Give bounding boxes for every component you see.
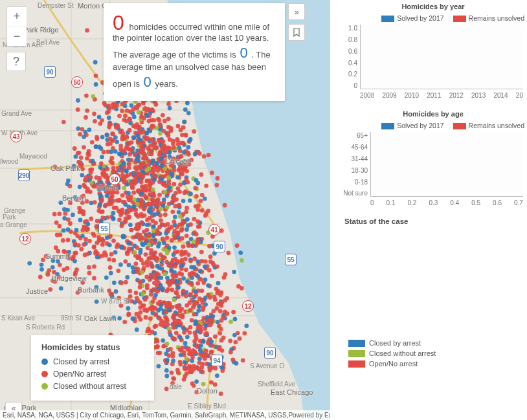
svg-point-1322: [212, 251, 217, 256]
svg-point-1991: [51, 258, 56, 263]
svg-point-2004: [46, 272, 50, 277]
svg-point-1038: [115, 245, 119, 249]
legend-row: Closed without arrest: [348, 349, 527, 357]
bookmark-button[interactable]: [288, 24, 305, 41]
svg-point-1412: [153, 276, 158, 281]
svg-point-1220: [116, 269, 120, 273]
svg-point-1577: [176, 304, 181, 308]
svg-point-1999: [41, 258, 45, 262]
svg-point-1026: [157, 241, 161, 246]
legend-swatch: [348, 340, 365, 347]
svg-point-621: [178, 182, 183, 187]
svg-point-868: [115, 190, 120, 195]
zoom-in-button[interactable]: +: [7, 7, 27, 27]
chart-by-age: Homicides by age Solved by 2017 Remains …: [339, 110, 527, 210]
axis-tick: 0.2: [338, 71, 357, 78]
svg-point-1323: [188, 293, 193, 297]
chart-status-plot[interactable]: [339, 225, 527, 335]
svg-point-598: [158, 131, 163, 136]
map-panel[interactable]: Dempster StMorton GroveSkokiePark RidgeN…: [0, 0, 330, 420]
svg-point-376: [139, 180, 144, 184]
svg-point-1620: [222, 275, 227, 280]
legend-label: Open/No arrest: [369, 360, 418, 368]
svg-point-906: [172, 219, 177, 224]
svg-point-361: [152, 118, 157, 122]
svg-point-1629: [124, 280, 128, 285]
legend-label: Closed by arrest: [53, 357, 109, 366]
svg-point-1674: [155, 339, 160, 344]
svg-point-1302: [227, 250, 231, 255]
svg-point-1420: [140, 271, 144, 275]
svg-point-1509: [151, 287, 156, 292]
svg-point-1795: [186, 348, 190, 352]
svg-point-1048: [178, 214, 183, 219]
svg-point-1027: [184, 210, 188, 214]
svg-point-936: [216, 176, 220, 181]
svg-point-1406: [138, 281, 142, 285]
svg-point-1208: [170, 288, 175, 293]
svg-point-1312: [163, 272, 167, 276]
svg-point-1357: [134, 291, 139, 295]
svg-point-1225: [127, 263, 131, 267]
svg-point-1370: [155, 256, 159, 261]
svg-point-1726: [178, 362, 183, 367]
svg-point-2000: [39, 267, 44, 272]
svg-point-1766: [217, 360, 221, 365]
svg-point-274: [76, 98, 80, 103]
help-button[interactable]: ?: [6, 52, 26, 71]
svg-point-555: [194, 186, 198, 190]
svg-point-1163: [87, 239, 92, 243]
svg-point-828: [89, 217, 93, 221]
svg-point-1081: [127, 208, 131, 212]
svg-point-1013: [174, 191, 178, 195]
map-zoom-controls: + − ?: [6, 6, 26, 71]
svg-point-529: [182, 120, 186, 124]
legend-dot: [41, 371, 48, 377]
chart-by-age-plot[interactable]: 65+45-6431-4418-300-18Not sure 00.10.20.…: [370, 132, 527, 210]
svg-point-749: [181, 168, 186, 173]
svg-point-1147: [140, 221, 144, 225]
svg-point-1676: [205, 331, 209, 336]
svg-point-530: [142, 116, 146, 121]
svg-point-1411: [186, 252, 191, 257]
svg-point-532: [128, 152, 132, 157]
svg-point-703: [155, 168, 160, 173]
zoom-out-button[interactable]: −: [7, 27, 27, 46]
collapse-card-button[interactable]: »: [288, 3, 305, 20]
chart-by-year-plot[interactable]: 1.00.80.60.40.20 20082009201020112012201…: [360, 25, 527, 102]
info-card: 0 homicides occurred within one mile of …: [104, 3, 285, 101]
svg-point-275: [82, 135, 86, 139]
svg-point-217: [100, 155, 104, 159]
svg-point-642: [161, 144, 165, 149]
svg-point-1199: [140, 241, 144, 246]
svg-point-301: [175, 137, 179, 142]
svg-point-1361: [150, 265, 155, 269]
svg-point-867: [163, 190, 167, 194]
legend-row: Closed by arrest: [348, 339, 527, 347]
svg-point-1803: [195, 344, 199, 349]
svg-point-1423: [145, 286, 150, 291]
svg-point-1894: [82, 145, 86, 149]
svg-point-1776: [209, 380, 214, 384]
svg-point-1407: [161, 288, 165, 293]
info-text-3: years.: [155, 79, 177, 89]
svg-point-1888: [103, 175, 107, 179]
svg-point-1050: [177, 203, 181, 208]
svg-point-1160: [179, 222, 184, 227]
svg-point-1562: [207, 318, 211, 322]
svg-point-1863: [109, 190, 114, 195]
svg-point-1782: [210, 357, 214, 361]
svg-point-1300: [179, 267, 184, 271]
svg-point-861: [133, 166, 138, 170]
chart-status: Status of the case Closed by arrestClose…: [339, 217, 527, 368]
svg-point-1164: [154, 203, 159, 207]
svg-point-1712: [161, 338, 165, 343]
svg-point-1008: [95, 285, 99, 290]
svg-point-296: [176, 124, 181, 129]
svg-point-457: [186, 145, 191, 149]
svg-point-1718: [194, 390, 199, 395]
svg-point-1091: [188, 223, 193, 227]
svg-point-1882: [151, 171, 155, 176]
svg-point-1630: [208, 322, 213, 327]
svg-point-1277: [109, 252, 114, 257]
